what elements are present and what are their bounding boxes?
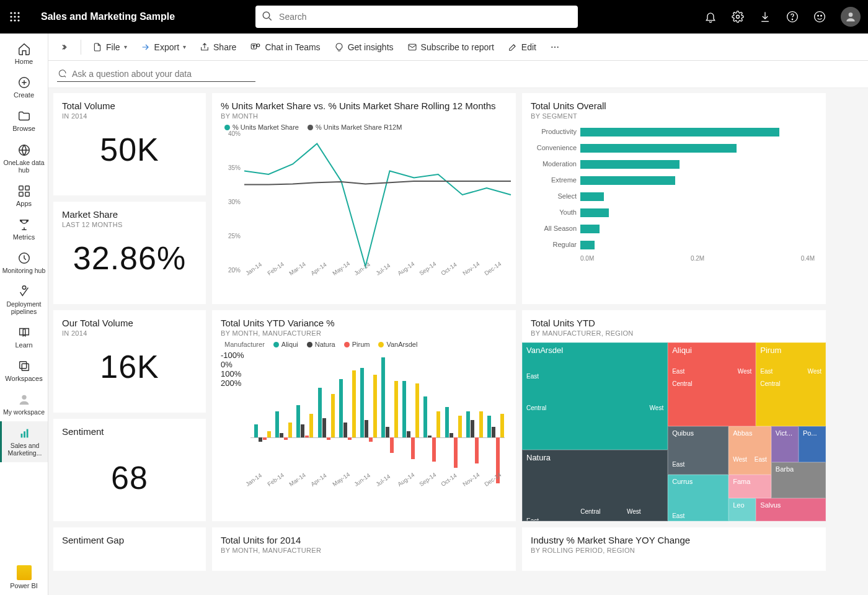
tile-sub: BY MONTH, MANUFACTURER — [221, 547, 507, 554]
svg-point-0 — [10, 12, 12, 14]
nav-monitoring-label: Monitoring hub — [2, 267, 45, 275]
kpi-title: Sentiment Gap — [62, 535, 197, 545]
tile-units-2014[interactable]: Total Units for 2014 BY MONTH, MANUFACTU… — [212, 527, 516, 571]
tile-industry[interactable]: Industry % Market Share YOY Change BY RO… — [522, 527, 826, 571]
svg-point-38 — [557, 46, 559, 47]
line-chart: 20%25%30%35%40% Jan-14Feb-14Mar-14Apr-14… — [221, 133, 507, 282]
expand-pane-button[interactable] — [56, 40, 74, 55]
tile-segment-bar[interactable]: Total Units Overall BY SEGMENT Productiv… — [522, 93, 826, 304]
nav-learn[interactable]: Learn — [0, 321, 48, 354]
share-button[interactable]: Share — [195, 39, 241, 55]
nav-browse-label: Browse — [12, 125, 35, 133]
more-button[interactable] — [545, 39, 565, 55]
svg-rect-31 — [27, 429, 29, 437]
svg-point-8 — [17, 19, 19, 21]
svg-rect-29 — [21, 434, 23, 437]
settings-icon[interactable] — [732, 11, 744, 23]
separator — [81, 40, 81, 55]
nav-monitoring[interactable]: Monitoring hub — [0, 246, 48, 280]
qa-icon — [57, 69, 67, 81]
nav-browse[interactable]: Browse — [0, 104, 48, 138]
svg-rect-27 — [22, 364, 29, 370]
nav-learn-label: Learn — [15, 341, 32, 349]
nav-apps[interactable]: Apps — [0, 179, 48, 213]
legend: % Units Market Share % Units Market Shar… — [224, 123, 507, 131]
svg-point-36 — [551, 46, 552, 47]
svg-rect-26 — [19, 362, 26, 369]
nav-current-report[interactable]: Sales and Marketing... — [0, 421, 48, 462]
svg-rect-22 — [19, 192, 22, 196]
nav-onelake[interactable]: OneLake data hub — [0, 138, 48, 179]
tile-variance-bar[interactable]: Total Units YTD Variance % BY MONTH, MAN… — [212, 310, 516, 521]
nav-myworkspace[interactable]: My workspace — [0, 388, 48, 421]
kpi-value: 68 — [62, 459, 197, 496]
tile-market-share-line[interactable]: % Units Market Share vs. % Units Market … — [212, 93, 516, 304]
nav-workspaces[interactable]: Workspaces — [0, 354, 48, 388]
download-icon[interactable] — [759, 11, 771, 23]
svg-point-9 — [263, 12, 270, 19]
feedback-icon[interactable] — [813, 11, 826, 23]
legend-item: Pirum — [352, 341, 370, 348]
tile-sub: BY MANUFACTURER, REGION — [522, 329, 826, 337]
svg-point-7 — [14, 19, 16, 21]
legend-item: % Units Market Share R12M — [316, 123, 402, 131]
qa-input[interactable] — [57, 66, 255, 82]
svg-point-28 — [22, 395, 26, 400]
tile-title: Industry % Market Share YOY Change — [531, 535, 817, 545]
legend-item: VanArsdel — [386, 341, 417, 348]
tile-sentiment[interactable]: Sentiment 68 — [53, 419, 206, 521]
nav-onelake-label: OneLake data hub — [1, 159, 46, 174]
svg-rect-21 — [25, 186, 29, 190]
notifications-icon[interactable] — [704, 11, 717, 23]
help-icon[interactable] — [786, 11, 799, 23]
nav-create[interactable]: Create — [0, 71, 48, 104]
dashboard-content: Total Volume IN 2014 50K Market Share LA… — [48, 88, 868, 595]
subscribe-button[interactable]: Subscribe to report — [402, 39, 499, 55]
kpi-title: Our Total Volume — [62, 318, 197, 328]
tile-total-volume[interactable]: Total Volume IN 2014 50K — [53, 93, 206, 195]
svg-point-5 — [17, 16, 19, 17]
nav-deploy[interactable]: Deployment pipelines — [0, 280, 48, 321]
chat-teams-button[interactable]: TChat in Teams — [245, 38, 325, 56]
kpi-value: 32.86% — [62, 239, 197, 277]
svg-point-13 — [792, 19, 792, 20]
app-launcher-icon[interactable] — [7, 9, 22, 24]
tile-title: Total Units YTD Variance % — [221, 318, 507, 328]
tile-sentiment-gap[interactable]: Sentiment Gap — [53, 527, 206, 571]
file-menu[interactable]: File▾ — [87, 39, 132, 55]
nav-apps-label: Apps — [16, 200, 32, 208]
svg-point-3 — [10, 16, 12, 17]
kpi-title: Sentiment — [62, 426, 197, 437]
svg-point-16 — [821, 16, 822, 17]
svg-line-10 — [269, 18, 272, 20]
nav-metrics-label: Metrics — [13, 233, 35, 241]
tile-treemap[interactable]: Total Units YTD BY MANUFACTURER, REGION … — [522, 310, 826, 521]
nav-workspaces-label: Workspaces — [5, 375, 42, 383]
nav-home-label: Home — [15, 58, 33, 66]
svg-rect-35 — [409, 44, 416, 50]
legend-item: % Units Market Share — [232, 123, 299, 131]
svg-rect-30 — [24, 431, 25, 437]
svg-rect-23 — [25, 192, 29, 196]
svg-point-37 — [554, 46, 556, 47]
tile-sub: BY MONTH, MANUFACTURER — [221, 329, 507, 337]
tile-market-share[interactable]: Market Share LAST 12 MONTHS 32.86% — [53, 202, 206, 304]
svg-point-15 — [818, 16, 819, 17]
hbar-chart: ProductivityConvenienceModerationExtreme… — [531, 123, 817, 253]
edit-button[interactable]: Edit — [503, 39, 541, 55]
nav-home[interactable]: Home — [0, 37, 48, 71]
insights-button[interactable]: Get insights — [329, 39, 399, 55]
nav-report-label: Sales and Marketing... — [3, 442, 46, 457]
account-avatar[interactable] — [841, 7, 861, 27]
kpi-title: Market Share — [62, 209, 197, 220]
powerbi-icon — [17, 565, 32, 580]
nav-deploy-label: Deployment pipelines — [1, 300, 46, 316]
export-menu[interactable]: Export▾ — [136, 39, 191, 55]
nav-powerbi[interactable]: Power BI — [0, 560, 48, 595]
global-search-input[interactable] — [255, 6, 578, 28]
kpi-sub: LAST 12 MONTHS — [62, 221, 197, 228]
tile-our-volume[interactable]: Our Total Volume IN 2014 16K — [53, 310, 206, 413]
svg-rect-20 — [19, 186, 22, 190]
nav-metrics[interactable]: Metrics — [0, 213, 48, 246]
treemap: VanArsdelEastCentralWestNaturaEastCentra… — [522, 342, 826, 521]
